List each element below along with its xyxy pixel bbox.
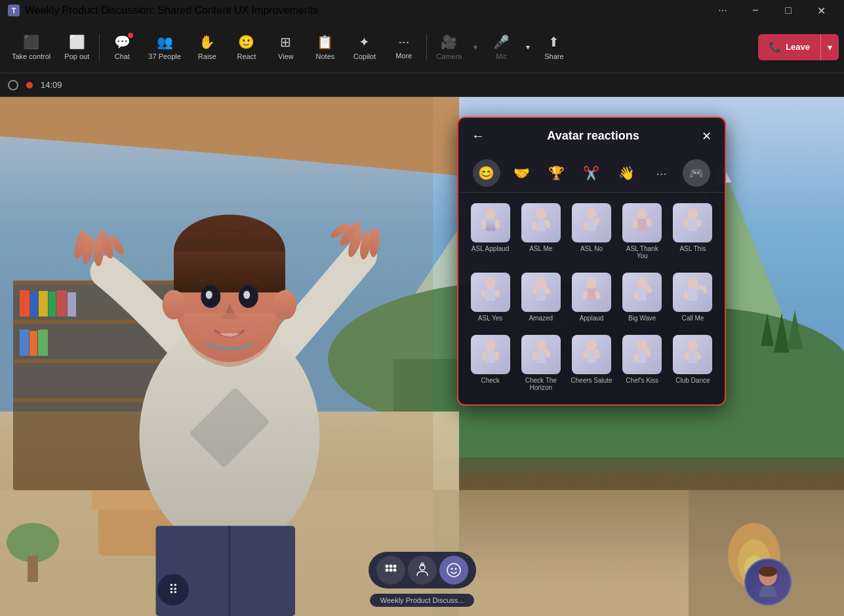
grid-view-button[interactable]: ⠿ xyxy=(157,574,189,606)
self-avatar-svg xyxy=(746,560,790,604)
avatar-pose-svg xyxy=(473,275,508,309)
reaction-avatar-applaud xyxy=(572,273,611,312)
avatar-pose-svg xyxy=(574,275,609,309)
leave-dropdown-button[interactable]: ▾ xyxy=(820,34,839,60)
avatar-pose-svg xyxy=(625,206,659,240)
reaction-asl-thank-you[interactable]: ASL Thank You xyxy=(618,198,666,265)
emote-pill xyxy=(369,552,476,588)
avatar-pose-svg xyxy=(675,275,710,309)
svg-point-96 xyxy=(586,277,597,288)
svg-rect-103 xyxy=(633,291,638,299)
reaction-emoji-icon xyxy=(446,562,462,578)
view-button[interactable]: ⊞ View xyxy=(266,29,306,66)
reaction-avatar-asl-me xyxy=(521,203,561,242)
svg-point-136 xyxy=(451,568,452,570)
svg-point-115 xyxy=(586,339,597,351)
svg-rect-69 xyxy=(485,218,496,231)
reaction-label-check: Check xyxy=(481,377,499,384)
category-tab-1[interactable]: 🤝 xyxy=(508,159,535,187)
svg-point-135 xyxy=(447,564,460,577)
category-tab-2[interactable]: 🏆 xyxy=(543,159,571,187)
svg-rect-106 xyxy=(684,291,689,299)
avatar-pose-svg xyxy=(574,206,609,240)
category-tab-5[interactable]: ··· xyxy=(648,159,675,187)
more-icon: ··· xyxy=(399,34,410,49)
reaction-club-dance[interactable]: Club Dance xyxy=(669,330,717,396)
reaction-avatar-amazed xyxy=(521,273,561,312)
more-button[interactable]: ··· More xyxy=(384,29,424,65)
mic-icon: 🎤 xyxy=(493,34,510,50)
reaction-avatar-check-horizon xyxy=(521,335,561,374)
reaction-call-me[interactable]: Call Me xyxy=(669,267,717,327)
self-avatar-thumbnail[interactable] xyxy=(744,558,792,606)
reaction-label-asl-thank-you: ASL Thank You xyxy=(621,245,664,260)
mic-dropdown-button[interactable]: ▾ xyxy=(521,37,534,57)
reaction-label-asl-yes: ASL Yes xyxy=(478,315,502,322)
chat-button[interactable]: 💬 Chat xyxy=(102,29,142,66)
reaction-cheers-salute[interactable]: Cheers Salute xyxy=(567,330,615,396)
reaction-avatar-chefs-kiss xyxy=(622,335,662,374)
share-icon: ⬆ xyxy=(548,34,559,50)
reaction-asl-this[interactable]: ASL This xyxy=(669,198,717,265)
reaction-asl-yes[interactable]: ASL Yes xyxy=(466,267,514,327)
raise-button[interactable]: ✋ Raise xyxy=(188,29,227,66)
reaction-chefs-kiss[interactable]: Chef's Kiss xyxy=(618,330,666,396)
reaction-check[interactable]: Check xyxy=(466,330,514,396)
svg-point-132 xyxy=(393,569,396,572)
category-tab-4[interactable]: 👋 xyxy=(613,159,640,187)
panel-close-button[interactable]: ✕ xyxy=(702,129,712,144)
notes-button[interactable]: 📋 Notes xyxy=(306,29,345,66)
category-tab-6[interactable]: 🎮 xyxy=(683,159,710,187)
close-button[interactable]: ✕ xyxy=(806,0,836,21)
avatar-pose-svg xyxy=(625,275,659,309)
titlebar: T Weekly Product Discussion: Shared Cont… xyxy=(0,0,844,21)
react-button[interactable]: 🙂 React xyxy=(227,29,266,66)
avatar-container xyxy=(39,175,420,616)
reaction-applaud[interactable]: Applaud xyxy=(567,267,615,327)
mic-button[interactable]: 🎤 Mic xyxy=(482,29,521,66)
reaction-amazed[interactable]: Amazed xyxy=(517,267,565,327)
svg-rect-73 xyxy=(536,219,546,231)
svg-point-88 xyxy=(485,277,496,288)
reaction-asl-applaud[interactable]: ASL Applaud xyxy=(466,198,514,265)
svg-point-123 xyxy=(688,339,698,351)
more-options-button[interactable]: ··· xyxy=(708,0,738,21)
svg-rect-77 xyxy=(587,219,596,231)
svg-rect-91 xyxy=(481,290,486,297)
reactions-button[interactable] xyxy=(439,556,468,585)
minimize-button[interactable]: − xyxy=(740,0,771,21)
main-content: ← Avatar reactions ✕ 😊 🤝 🏆 ✂️ 👋 ··· 🎮 xyxy=(0,97,844,616)
copilot-button[interactable]: ✦ Copilot xyxy=(345,29,384,66)
svg-rect-70 xyxy=(481,220,486,229)
reaction-asl-no[interactable]: ASL No xyxy=(567,198,615,265)
category-tab-3[interactable]: ✂️ xyxy=(578,159,605,187)
take-control-icon: ⬛ xyxy=(23,34,39,50)
pop-out-button[interactable]: ⬜ Pop out xyxy=(57,29,96,66)
svg-point-129 xyxy=(393,565,396,568)
share-button[interactable]: ⬆ Share xyxy=(534,29,574,66)
camera-button[interactable]: 🎥 Camera xyxy=(430,29,469,66)
reaction-check-horizon[interactable]: Check The Horizon xyxy=(517,330,565,396)
titlebar-left: T Weekly Product Discussion: Shared Cont… xyxy=(8,5,318,16)
svg-rect-90 xyxy=(495,290,500,297)
svg-rect-82 xyxy=(646,218,652,227)
toolbar-divider-2 xyxy=(426,34,427,60)
camera-dropdown-button[interactable]: ▾ xyxy=(469,37,482,57)
svg-rect-108 xyxy=(486,351,495,363)
leave-button[interactable]: 📞 Leave xyxy=(758,34,820,60)
emote-button[interactable] xyxy=(376,556,405,585)
panel-back-button[interactable]: ← xyxy=(472,128,485,144)
take-control-button[interactable]: ⬛ Take control xyxy=(5,29,57,66)
reaction-avatar-call-me xyxy=(673,273,712,312)
maximize-button[interactable]: □ xyxy=(773,0,803,21)
people-button[interactable]: 👥 37 People xyxy=(142,29,188,66)
category-tab-0[interactable]: 😊 xyxy=(473,159,500,187)
reaction-big-wave[interactable]: Big Wave xyxy=(618,267,666,327)
reaction-asl-me[interactable]: ASL Me xyxy=(517,198,565,265)
avatar-button[interactable] xyxy=(408,556,437,585)
avatar-pose-svg xyxy=(524,206,558,240)
leave-phone-icon: 📞 xyxy=(769,41,782,53)
svg-rect-85 xyxy=(688,219,697,231)
svg-rect-114 xyxy=(533,353,537,360)
svg-rect-29 xyxy=(30,331,37,356)
